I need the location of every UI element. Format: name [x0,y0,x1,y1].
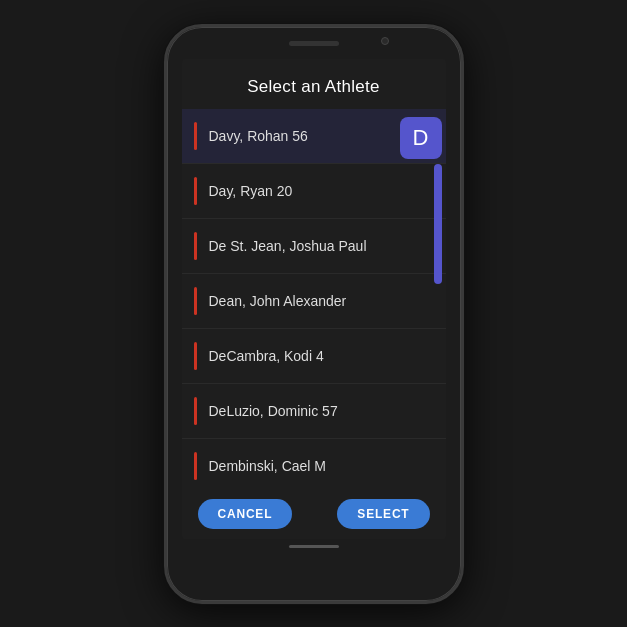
athlete-name: De St. Jean, Joshua Paul [209,238,430,254]
athlete-name: Davy, Rohan 56 [209,128,430,144]
athlete-name: Dean, John Alexander [209,293,430,309]
athlete-name: Day, Ryan 20 [209,183,430,199]
item-left-bar [194,232,197,260]
list-item[interactable]: Day, Ryan 20 [182,164,446,219]
speaker [289,41,339,46]
list-item[interactable]: DeCambra, Kodi 4 [182,329,446,384]
item-left-bar [194,452,197,480]
dialog-title: Select an Athlete [182,59,446,109]
athlete-name: DeCambra, Kodi 4 [209,348,430,364]
scroll-indicator[interactable] [434,164,442,284]
select-button[interactable]: SELECT [337,499,429,529]
phone-frame: Select an Athlete D Davy, Rohan 56Day, R… [164,24,464,604]
item-left-bar [194,287,197,315]
list-item[interactable]: DeLuzio, Dominic 57 [182,384,446,439]
athlete-name: DeLuzio, Dominic 57 [209,403,430,419]
home-indicator [289,545,339,548]
item-left-bar [194,122,197,150]
alpha-bubble: D [400,117,442,159]
athlete-name: Dembinski, Cael M [209,458,430,474]
camera [381,37,389,45]
button-row: CANCEL SELECT [182,489,446,539]
list-item[interactable]: Dembinski, Cael M [182,439,446,489]
cancel-button[interactable]: CANCEL [198,499,293,529]
item-left-bar [194,342,197,370]
phone-screen: Select an Athlete D Davy, Rohan 56Day, R… [182,59,446,539]
list-item[interactable]: De St. Jean, Joshua Paul [182,219,446,274]
item-left-bar [194,177,197,205]
item-left-bar [194,397,197,425]
athlete-list: D Davy, Rohan 56Day, Ryan 20De St. Jean,… [182,109,446,489]
list-item[interactable]: Dean, John Alexander [182,274,446,329]
